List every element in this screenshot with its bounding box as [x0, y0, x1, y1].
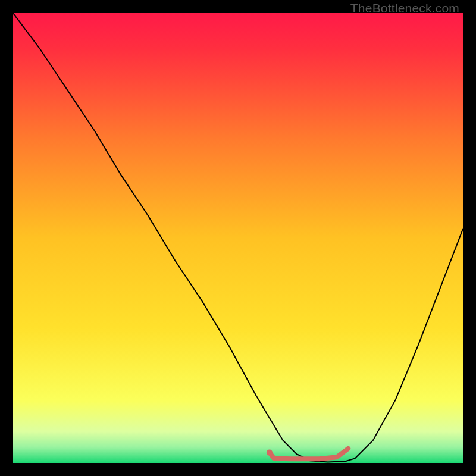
start-dot: [267, 450, 273, 456]
chart-frame: [13, 13, 463, 463]
gradient-background: [13, 13, 463, 463]
chart-svg: [13, 13, 463, 463]
watermark-label: TheBottleneck.com: [350, 1, 459, 15]
